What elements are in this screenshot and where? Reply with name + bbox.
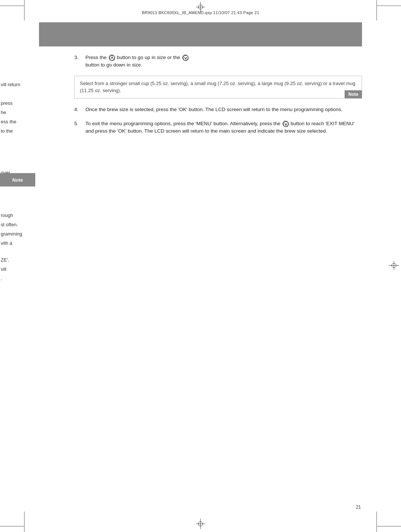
left-fragment-1: vill return (1, 81, 20, 88)
registration-mark-right (389, 261, 399, 270)
step-3-text-after: button to go down in size. (85, 62, 142, 68)
note-box: Select from a stronger small cup (5.25 o… (74, 76, 362, 98)
left-fragment-14: . (1, 275, 2, 282)
note-label-right: Note (345, 90, 362, 98)
left-fragment-11: vith a (1, 240, 12, 247)
step-3-item: 3. Press the button to go up in size or … (74, 54, 362, 69)
left-fragment-9: st often. (1, 221, 18, 228)
page-number: 21 (356, 505, 361, 510)
gray-header-bar (39, 22, 362, 46)
step-5-number: 5. (74, 120, 82, 135)
registration-mark-bottom (196, 519, 205, 529)
step-5-text-part1: To exit the menu programming options, pr… (85, 121, 280, 126)
header-text: BR9013 BKC600XL_IB_AMEND.qxp 11/10/07 21… (39, 10, 362, 15)
step-4-item: 4. Once the brew size is selected, press… (74, 106, 362, 113)
svg-point-11 (283, 121, 288, 127)
step-3-number: 3. (74, 54, 82, 69)
step-5-text: To exit the menu programming options, pr… (85, 120, 362, 135)
step-3-text: Press the button to go up in size or the… (85, 54, 362, 69)
left-fragment-4: ess the (1, 118, 16, 126)
down-arrow-icon-1 (182, 55, 188, 61)
left-fragment-2: press (1, 100, 13, 107)
down-arrow-icon-2 (283, 121, 288, 127)
step-4-text: Once the brew size is selected, press th… (85, 106, 362, 113)
left-fragment-3: he (1, 109, 6, 116)
main-content: 3. Press the button to go up in size or … (74, 54, 362, 142)
left-fragment-13: vill (1, 266, 6, 273)
left-fragment-10: gramming (1, 230, 22, 238)
left-fragment-5: to the (1, 127, 13, 135)
svg-point-10 (183, 55, 188, 61)
left-fragment-8: rough (1, 212, 13, 219)
note-box-text: Select from a stronger small cup (5.25 o… (80, 81, 355, 94)
up-arrow-icon (109, 55, 115, 61)
left-fragment-12: ZE'. (1, 256, 9, 264)
step-5-item: 5. To exit the menu programming options,… (74, 120, 362, 135)
step-4-number: 4. (74, 106, 82, 113)
note-label-left: Note (0, 173, 35, 186)
step-3-text-middle: button to go up in size or the (117, 55, 182, 60)
step-3-text-before: Press the (85, 55, 108, 60)
svg-point-9 (110, 55, 115, 61)
